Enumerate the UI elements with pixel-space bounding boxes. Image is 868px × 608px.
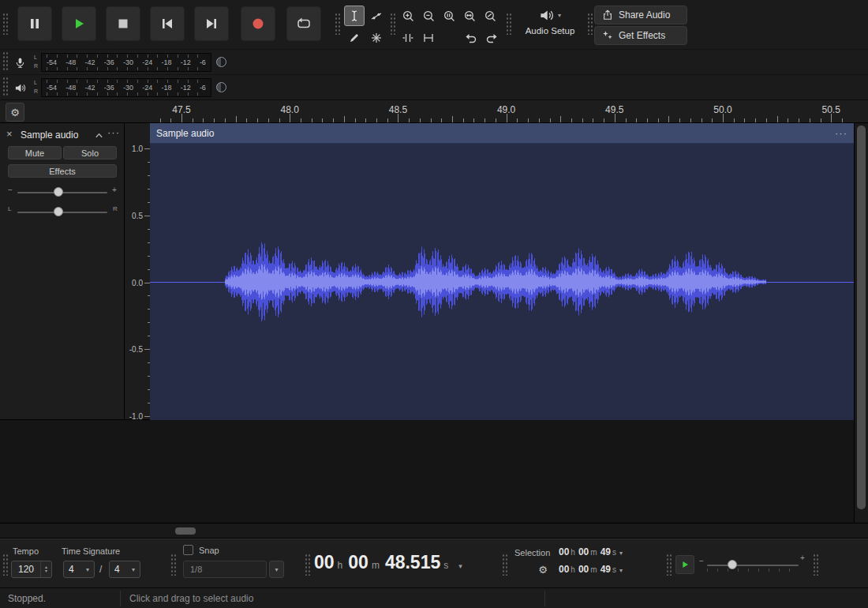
audio-position-display[interactable]: 00 h 00 m 48.515 s ▾ xyxy=(314,552,462,573)
position-minutes[interactable]: 00 xyxy=(348,552,369,573)
get-effects-button[interactable]: Get Effects xyxy=(594,26,687,45)
chevron-down-icon[interactable]: ▾ xyxy=(619,550,623,557)
playback-meter[interactable]: -54-48-42-36-30-24-18-12-6 xyxy=(41,78,211,97)
sel-end-hours[interactable]: 00 xyxy=(559,564,569,575)
clip-indicator-icon[interactable] xyxy=(216,82,226,92)
chevron-down-icon[interactable]: ▾ xyxy=(458,562,462,570)
playback-meter-grip[interactable] xyxy=(2,77,8,97)
tempo-spinner[interactable]: ▴ ▾ xyxy=(40,561,51,577)
record-meter-button[interactable] xyxy=(9,52,30,73)
share-toolbar-grip[interactable] xyxy=(587,13,593,35)
track-menu-icon[interactable]: ··· xyxy=(107,126,120,138)
selection-toolbar-grip[interactable] xyxy=(502,554,507,576)
selection-tool-button[interactable] xyxy=(344,6,365,26)
selection-options-button[interactable]: ⚙ xyxy=(535,561,551,577)
ruler-tick xyxy=(690,118,691,122)
play-at-speed-button[interactable] xyxy=(675,555,694,574)
undo-button[interactable] xyxy=(461,28,481,48)
loop-button[interactable] xyxy=(286,6,321,41)
sel-start-seconds[interactable]: 49 xyxy=(600,546,611,557)
sel-end-minutes[interactable]: 00 xyxy=(578,564,589,575)
waveform[interactable] xyxy=(150,144,854,420)
share-icon xyxy=(602,9,613,21)
trim-audio-button[interactable] xyxy=(398,28,418,48)
time-signature-toolbar-grip[interactable] xyxy=(2,554,8,576)
clip-indicator-icon[interactable] xyxy=(216,57,226,67)
play-button[interactable] xyxy=(62,6,96,41)
horizontal-scrollbar[interactable] xyxy=(0,523,868,539)
meter-scale-value: -12 xyxy=(181,58,191,66)
clip-menu-icon[interactable]: ··· xyxy=(835,127,847,139)
spinner-down-icon[interactable]: ▾ xyxy=(45,569,47,573)
vertical-scrollbar-thumb[interactable] xyxy=(857,126,866,509)
audacity-window: ▾ Audio Setup Share Audio Get Effects L … xyxy=(0,0,868,608)
position-hours[interactable]: 00 xyxy=(314,552,335,573)
timesig-upper-select[interactable]: 4 ▾ xyxy=(63,561,95,578)
draw-tool-button[interactable] xyxy=(344,28,365,48)
snap-checkbox[interactable] xyxy=(183,545,193,555)
ruler-tick xyxy=(831,114,832,122)
track-name[interactable]: Sample audio xyxy=(21,129,78,141)
pan-slider-thumb[interactable] xyxy=(54,207,63,216)
vertical-scrollbar[interactable] xyxy=(854,123,868,523)
gain-slider-thumb[interactable] xyxy=(54,187,63,197)
chevron-down-icon[interactable]: ▾ xyxy=(619,567,623,574)
record-button[interactable] xyxy=(241,6,275,41)
clip-header[interactable]: Sample audio ··· xyxy=(150,123,854,144)
snap-options-button[interactable]: ▾ xyxy=(269,561,284,578)
zoom-toggle-button[interactable] xyxy=(480,6,500,26)
sel-start-seconds-unit: s xyxy=(612,548,616,557)
solo-button[interactable]: Solo xyxy=(63,146,117,160)
sel-start-minutes[interactable]: 00 xyxy=(578,546,589,557)
sel-end-seconds[interactable]: 49 xyxy=(600,564,611,575)
recording-meter[interactable]: -54-48-42-36-30-24-18-12-6 xyxy=(41,53,211,72)
zoom-in-button[interactable] xyxy=(398,6,418,26)
audio-clip: Sample audio ··· xyxy=(150,123,854,420)
pause-button[interactable] xyxy=(17,6,52,41)
snapping-toolbar-grip[interactable] xyxy=(170,554,176,576)
audio-setup-button[interactable]: ▾ Audio Setup xyxy=(514,5,586,44)
timeline-ruler[interactable]: ⚙ 47.548.048.549.049.550.050.5 xyxy=(0,99,868,123)
position-seconds[interactable]: 48.515 xyxy=(385,552,440,573)
mute-button[interactable]: Mute xyxy=(8,146,62,160)
skip-to-end-button[interactable] xyxy=(194,6,229,41)
playback-speed-thumb[interactable] xyxy=(728,560,737,569)
horizontal-scrollbar-thumb[interactable] xyxy=(175,527,196,535)
tools-toolbar-grip[interactable] xyxy=(335,13,340,35)
timeline-options-button[interactable]: ⚙ xyxy=(6,103,24,122)
redo-button[interactable] xyxy=(481,28,502,48)
audio-setup-toolbar-grip[interactable] xyxy=(506,13,511,35)
timesig-upper-value: 4 xyxy=(69,564,74,575)
multi-tool-button[interactable] xyxy=(366,28,387,48)
transport-toolbar-grip[interactable] xyxy=(2,13,8,35)
envelope-tool-button[interactable] xyxy=(366,6,387,26)
playback-speed-slider[interactable] xyxy=(707,565,799,566)
play-at-speed-toolbar-grip[interactable] xyxy=(666,554,672,576)
snap-label: Snap xyxy=(199,546,219,555)
selection-start-display[interactable]: 00 h 00 m 49 s ▾ xyxy=(559,546,623,557)
edit-toolbar-grip[interactable] xyxy=(390,13,395,35)
empty-track-space[interactable] xyxy=(0,420,854,523)
silence-audio-button[interactable] xyxy=(418,28,439,48)
time-toolbar-grip[interactable] xyxy=(305,554,310,576)
zoom-selection-button[interactable] xyxy=(439,6,459,26)
effects-button[interactable]: Effects xyxy=(8,164,117,178)
playback-meter-button[interactable] xyxy=(9,77,30,98)
vruler-tick xyxy=(144,216,150,216)
tempo-input[interactable]: 120 ▴ ▾ xyxy=(11,561,52,578)
vertical-scale-ruler[interactable]: 1.00.50.0-0.5-1.0 xyxy=(125,123,150,420)
timesig-lower-select[interactable]: 4 ▾ xyxy=(109,561,140,578)
end-toolbar-grip[interactable] xyxy=(813,554,818,576)
sel-start-hours[interactable]: 00 xyxy=(559,546,569,557)
zoom-out-button[interactable] xyxy=(418,6,439,26)
share-audio-button[interactable]: Share Audio xyxy=(594,6,687,24)
selection-end-display[interactable]: 00 h 00 m 49 s ▾ xyxy=(559,564,623,575)
stop-button[interactable] xyxy=(106,6,140,41)
skip-to-start-button[interactable] xyxy=(150,6,185,41)
timeline-scale[interactable]: 47.548.048.549.049.550.050.5 xyxy=(150,100,854,122)
zoom-fit-project-button[interactable] xyxy=(459,6,480,26)
snap-mode-select[interactable]: 1/8 xyxy=(183,561,267,578)
close-track-button[interactable]: × xyxy=(6,128,13,140)
collapse-track-icon[interactable] xyxy=(95,132,103,139)
recording-meter-grip[interactable] xyxy=(2,51,8,72)
